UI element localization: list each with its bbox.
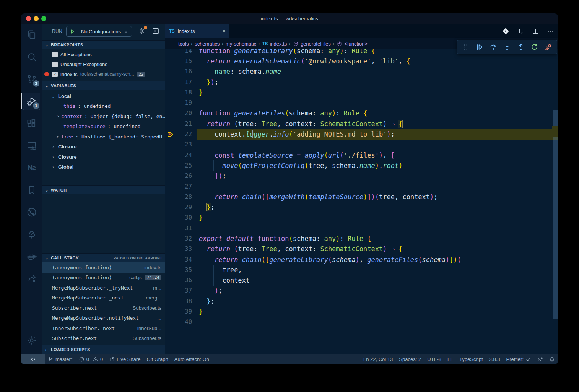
code-line-36[interactable]: 36 context: [165, 275, 558, 286]
code-line-16[interactable]: 16 name: schema.name: [165, 67, 558, 77]
activity-settings-gear-icon[interactable]: [21, 329, 42, 351]
variable-item[interactable]: >tree: HostTree {_backend: ScopedH…: [42, 132, 165, 142]
status-language-mode[interactable]: TypeScript: [456, 354, 486, 364]
variable-item[interactable]: >context: Object {debug: false, en…: [42, 111, 165, 122]
status-git-graph[interactable]: Git Graph: [143, 354, 171, 364]
status-git-branch[interactable]: master*: [45, 354, 76, 364]
status-auto-attach[interactable]: Auto Attach: On: [171, 354, 212, 364]
code-line-34[interactable]: 34 return chain([generateLibrary(schema)…: [165, 254, 558, 265]
code-line-30[interactable]: 30}: [165, 213, 558, 223]
variables-scope[interactable]: ›Closure: [42, 142, 165, 152]
call-stack-frame[interactable]: Subscriber.nextSubscriber.ts: [42, 333, 165, 344]
activity-bookmarks-icon[interactable]: [21, 179, 42, 201]
status-problems[interactable]: 00: [76, 354, 106, 364]
code-line-22[interactable]: 22 context.logger.info('adding NOTES.md …: [165, 129, 558, 139]
variables-section-header[interactable]: ⌄VARIABLES: [42, 81, 165, 90]
zoom-window-button[interactable]: [41, 16, 46, 21]
scrollbar-thumb[interactable]: [553, 110, 558, 319]
split-editor-icon[interactable]: [532, 28, 539, 35]
code-line-29[interactable]: 29 };: [165, 202, 558, 212]
more-actions-icon[interactable]: [547, 28, 554, 35]
call-stack-frame[interactable]: (anonymous function)call.js74:24: [42, 273, 165, 283]
call-stack-frame[interactable]: MergeMapSubscriber._nextmerg...: [42, 293, 165, 303]
code-line-33[interactable]: 33 return (tree: Tree, context: Schemati…: [165, 244, 558, 254]
call-stack-frame[interactable]: MergeMapSubscriber.notifyNext...: [42, 313, 165, 324]
continue-icon[interactable]: [475, 43, 484, 51]
activity-source-control-icon[interactable]: 3: [21, 68, 42, 90]
code-line-40[interactable]: 40: [165, 317, 558, 327]
breakpoint-item[interactable]: All Exceptions: [42, 49, 165, 59]
debug-console-button[interactable]: [152, 27, 159, 36]
editor-scrollbar[interactable]: [552, 49, 558, 354]
breakpoint-checkbox[interactable]: [52, 52, 58, 57]
breakpoint-checkbox[interactable]: [52, 62, 58, 67]
status-feedback[interactable]: [534, 354, 546, 364]
debug-paused-breakpoint-icon[interactable]: [167, 131, 174, 138]
code-line-23[interactable]: 23: [165, 140, 558, 150]
breadcrumb-item[interactable]: TSindex.ts: [262, 41, 287, 47]
variables-scope[interactable]: ›Global: [42, 162, 165, 172]
debug-settings-button[interactable]: [138, 27, 146, 36]
breadcrumb-item[interactable]: <function>: [337, 41, 368, 47]
code-line-31[interactable]: 31: [165, 223, 558, 233]
step-into-icon[interactable]: [503, 43, 511, 51]
watch-section-header[interactable]: ⌄WATCH: [42, 185, 165, 194]
status-prettier[interactable]: Prettier:: [503, 354, 534, 364]
breakpoint-item[interactable]: ✓index.tstools/schematics/my-sch...22: [42, 69, 165, 79]
status-eol[interactable]: LF: [444, 354, 456, 364]
status-live-share[interactable]: Live Share: [106, 354, 143, 364]
status-cursor-position[interactable]: Ln 22, Col 13: [360, 354, 396, 364]
call-stack-section-header[interactable]: ⌄CALL STACK PAUSED ON BREAKPOINT: [42, 253, 165, 262]
activity-nx-console-icon[interactable]: N≥: [21, 157, 42, 179]
code-line-38[interactable]: 38 };: [165, 296, 558, 306]
code-line-39[interactable]: 39}: [165, 306, 558, 317]
breadcrumb-item[interactable]: my-schematic: [226, 41, 256, 47]
breadcrumb-item[interactable]: tools: [178, 41, 189, 47]
code-line-18[interactable]: 18}: [165, 87, 558, 98]
start-debug-icon[interactable]: [70, 29, 75, 34]
call-stack-frame[interactable]: Subscriber.nextSubscriber.ts: [42, 303, 165, 313]
code-line-21[interactable]: 21 return (tree: Tree, context: Schemati…: [165, 119, 558, 129]
activity-git-graph-icon[interactable]: [21, 201, 42, 223]
close-tab-icon[interactable]: ×: [223, 28, 226, 34]
activity-run-debug-icon[interactable]: 1: [21, 90, 42, 112]
code-line-26[interactable]: 26 ]);: [165, 171, 558, 181]
code-line-25[interactable]: 25 move(getProjectConfig(tree, schema.na…: [165, 160, 558, 171]
code-line-20[interactable]: 20function generateFiles(schema: any): R…: [165, 108, 558, 119]
minimize-window-button[interactable]: [34, 16, 39, 21]
step-out-icon[interactable]: [517, 43, 525, 51]
variables-scope[interactable]: ›Closure: [42, 152, 165, 162]
close-window-button[interactable]: [26, 16, 31, 21]
code-line-35[interactable]: 35 tree,: [165, 265, 558, 275]
activity-remote-explorer-icon[interactable]: [21, 135, 42, 157]
code-line-24[interactable]: 24 const templateSource = apply(url('./f…: [165, 150, 558, 160]
code-line-15[interactable]: 15 return externalSchematic('@nrwl/works…: [165, 56, 558, 66]
step-over-icon[interactable]: [489, 43, 498, 51]
variable-item[interactable]: this: undefined: [42, 101, 165, 112]
code-editor[interactable]: 14function generateLibrary(schema: any):…: [165, 49, 558, 354]
loaded-scripts-section-header[interactable]: ›LOADED SCRIPTS: [42, 345, 165, 354]
call-stack-frame[interactable]: InnerSubscriber._nextInnerSub...: [42, 323, 165, 333]
launch-configuration-dropdown[interactable]: No Configurations: [66, 26, 132, 37]
disconnect-icon[interactable]: [544, 43, 553, 51]
activity-files-icon[interactable]: [21, 24, 42, 46]
breadcrumb-item[interactable]: schematics: [195, 41, 220, 47]
code-line-19[interactable]: 19: [165, 98, 558, 108]
code-line-28[interactable]: 28 return chain([mergeWith(templateSourc…: [165, 192, 558, 202]
status-ts-version[interactable]: 3.8.3: [486, 354, 503, 364]
activity-search-icon[interactable]: [21, 46, 42, 68]
title-bar[interactable]: index.ts — wrkschematics: [21, 13, 558, 24]
tab-index-ts[interactable]: TS index.ts ×: [165, 24, 229, 38]
call-stack-frame[interactable]: (anonymous function)index.ts: [42, 262, 165, 273]
drag-grip-icon[interactable]: [462, 43, 470, 51]
status-remote-indicator[interactable]: [21, 354, 45, 364]
code-line-37[interactable]: 37 );: [165, 286, 558, 296]
variable-item[interactable]: templateSource: undefined: [42, 122, 165, 132]
status-notifications[interactable]: [546, 354, 558, 364]
activity-test-tree-icon[interactable]: [21, 223, 42, 246]
breakpoint-checkbox[interactable]: ✓: [52, 72, 58, 77]
activity-extensions-icon[interactable]: [21, 112, 42, 135]
status-indentation[interactable]: Spaces: 2: [396, 354, 424, 364]
activity-docker-icon[interactable]: [21, 246, 42, 268]
code-line-27[interactable]: 27: [165, 181, 558, 192]
